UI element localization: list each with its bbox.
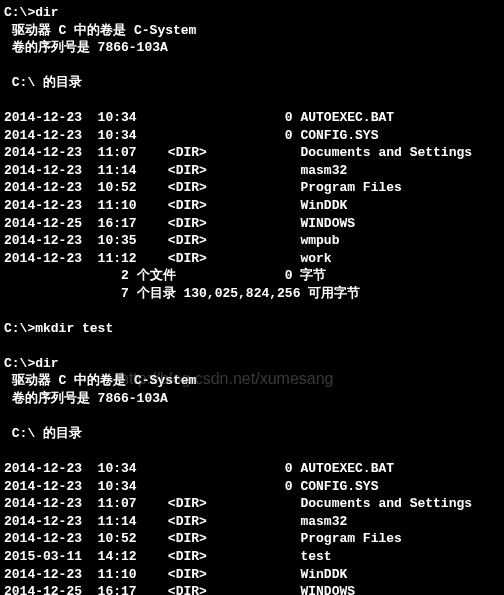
dir-entry: 2014-12-23 11:10 <DIR> WinDDK [4, 566, 500, 584]
dir-entry: 2014-12-23 11:10 <DIR> WinDDK [4, 197, 500, 215]
serial-line: 卷的序列号是 7866-103A [4, 390, 500, 408]
dir-entry: 2014-12-23 10:52 <DIR> Program Files [4, 179, 500, 197]
blank-line [4, 337, 500, 355]
dir-entry: 2014-12-25 16:17 <DIR> WINDOWS [4, 215, 500, 233]
blank-line [4, 443, 500, 461]
dir-of-line: C:\ 的目录 [4, 74, 500, 92]
dir-entry: 2014-12-23 10:34 0 CONFIG.SYS [4, 127, 500, 145]
dir-entry: 2014-12-25 16:17 <DIR> WINDOWS [4, 583, 500, 595]
dir-entry: 2014-12-23 10:35 <DIR> wmpub [4, 232, 500, 250]
volume-line: 驱动器 C 中的卷是 C-System [4, 372, 500, 390]
dir-entry: 2014-12-23 10:34 0 CONFIG.SYS [4, 478, 500, 496]
dir-entry: 2014-12-23 11:14 <DIR> masm32 [4, 162, 500, 180]
dir-entry: 2014-12-23 10:34 0 AUTOEXEC.BAT [4, 460, 500, 478]
dir-entry: 2014-12-23 10:34 0 AUTOEXEC.BAT [4, 109, 500, 127]
dir-entry: 2015-03-11 14:12 <DIR> test [4, 548, 500, 566]
prompt-line[interactable]: C:\>dir [4, 4, 500, 22]
dir-entry: 2014-12-23 10:52 <DIR> Program Files [4, 530, 500, 548]
prompt-line[interactable]: C:\>mkdir test [4, 320, 500, 338]
terminal-output: C:\>dir 驱动器 C 中的卷是 C-System 卷的序列号是 7866-… [4, 4, 500, 595]
blank-line [4, 92, 500, 110]
volume-line: 驱动器 C 中的卷是 C-System [4, 22, 500, 40]
serial-line: 卷的序列号是 7866-103A [4, 39, 500, 57]
dir-entry: 2014-12-23 11:14 <DIR> masm32 [4, 513, 500, 531]
summary-files: 2 个文件 0 字节 [4, 267, 500, 285]
blank-line [4, 408, 500, 426]
summary-dirs: 7 个目录 130,025,824,256 可用字节 [4, 285, 500, 303]
dir-of-line: C:\ 的目录 [4, 425, 500, 443]
dir-entry: 2014-12-23 11:07 <DIR> Documents and Set… [4, 495, 500, 513]
prompt-line[interactable]: C:\>dir [4, 355, 500, 373]
blank-line [4, 57, 500, 75]
dir-entry: 2014-12-23 11:12 <DIR> work [4, 250, 500, 268]
dir-entry: 2014-12-23 11:07 <DIR> Documents and Set… [4, 144, 500, 162]
blank-line [4, 302, 500, 320]
